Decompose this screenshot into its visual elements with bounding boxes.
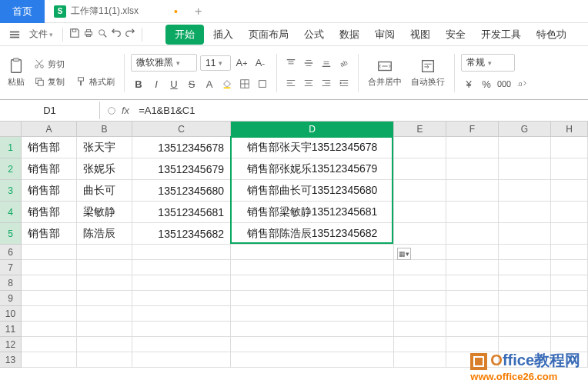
fill-color-icon[interactable] bbox=[219, 76, 235, 92]
align-bottom-icon[interactable] bbox=[319, 55, 334, 71]
orientation-icon[interactable]: ab bbox=[336, 55, 352, 71]
cell-A7[interactable] bbox=[22, 260, 77, 275]
cell-A2[interactable]: 销售部 bbox=[22, 158, 77, 180]
cell-A5[interactable]: 销售部 bbox=[22, 223, 77, 245]
cell-D5[interactable]: 销售部陈浩辰13512345682 bbox=[231, 223, 394, 245]
cell-G9[interactable] bbox=[499, 291, 551, 306]
file-menu[interactable]: 文件▾ bbox=[26, 26, 56, 42]
align-top-icon[interactable] bbox=[283, 55, 299, 71]
cell-E13[interactable] bbox=[394, 352, 446, 368]
cell-H5[interactable] bbox=[551, 223, 588, 245]
increase-font-icon[interactable]: A+ bbox=[234, 55, 249, 71]
row-header-4[interactable]: 4 bbox=[0, 202, 22, 223]
tab-data[interactable]: 数据 bbox=[333, 25, 366, 45]
cell-F10[interactable] bbox=[446, 306, 499, 322]
cell-H3[interactable] bbox=[551, 180, 588, 202]
underline-icon[interactable]: U bbox=[166, 76, 182, 92]
cell-B1[interactable]: 张天宇 bbox=[77, 137, 132, 158]
merge-center-button[interactable]: 合并居中 bbox=[365, 56, 405, 89]
cell-D13[interactable] bbox=[231, 352, 394, 368]
cell-D7[interactable] bbox=[231, 260, 394, 275]
cell-D2[interactable]: 销售部张妮乐13512345679 bbox=[231, 158, 394, 180]
align-center-icon[interactable] bbox=[301, 75, 316, 91]
col-header-G[interactable]: G bbox=[499, 122, 551, 137]
cell-E2[interactable] bbox=[394, 158, 446, 180]
clear-format-icon[interactable] bbox=[255, 76, 270, 92]
cell-F6[interactable] bbox=[446, 245, 499, 260]
cell-E10[interactable] bbox=[394, 306, 446, 322]
cell-F9[interactable] bbox=[446, 291, 499, 306]
col-header-E[interactable]: E bbox=[394, 122, 446, 137]
spreadsheet-grid[interactable]: ABCDEFGH1销售部张天宇13512345678销售部张天宇13512345… bbox=[0, 122, 588, 368]
col-header-F[interactable]: F bbox=[446, 122, 499, 137]
strike-icon[interactable]: S bbox=[184, 76, 199, 92]
cell-A11[interactable] bbox=[22, 322, 77, 337]
tab-special[interactable]: 特色功 bbox=[530, 25, 573, 45]
percent-icon[interactable]: % bbox=[479, 76, 494, 92]
cell-B10[interactable] bbox=[77, 306, 132, 322]
tab-start[interactable]: 开始 bbox=[165, 25, 204, 45]
cell-E4[interactable] bbox=[394, 202, 446, 223]
row-header-1[interactable]: 1 bbox=[0, 137, 22, 158]
cell-C13[interactable] bbox=[132, 352, 231, 368]
cell-D8[interactable] bbox=[231, 275, 394, 291]
cell-D12[interactable] bbox=[231, 337, 394, 352]
tab-dev-tools[interactable]: 开发工具 bbox=[475, 25, 527, 45]
decrease-font-icon[interactable]: A- bbox=[252, 55, 268, 71]
cell-H8[interactable] bbox=[551, 275, 588, 291]
select-all-corner[interactable] bbox=[0, 122, 22, 137]
app-menu-button[interactable] bbox=[6, 28, 23, 42]
cell-H2[interactable] bbox=[551, 158, 588, 180]
tab-view[interactable]: 视图 bbox=[404, 25, 436, 45]
cell-C5[interactable]: 13512345682 bbox=[132, 223, 231, 245]
indent-icon[interactable] bbox=[336, 75, 352, 91]
cell-G5[interactable] bbox=[499, 223, 551, 245]
cell-C9[interactable] bbox=[132, 291, 231, 306]
cell-B13[interactable] bbox=[77, 352, 132, 368]
cell-G2[interactable] bbox=[499, 158, 551, 180]
align-middle-icon[interactable] bbox=[301, 55, 316, 71]
tab-insert[interactable]: 插入 bbox=[207, 25, 239, 45]
cell-B8[interactable] bbox=[77, 275, 132, 291]
redo-icon[interactable] bbox=[125, 28, 135, 41]
cell-E7[interactable] bbox=[394, 260, 446, 275]
cell-E9[interactable] bbox=[394, 291, 446, 306]
row-header-3[interactable]: 3 bbox=[0, 180, 22, 202]
cell-B11[interactable] bbox=[77, 322, 132, 337]
tab-formula[interactable]: 公式 bbox=[298, 25, 330, 45]
cell-F8[interactable] bbox=[446, 275, 499, 291]
cell-E12[interactable] bbox=[394, 337, 446, 352]
cell-E3[interactable] bbox=[394, 180, 446, 202]
cell-C3[interactable]: 13512345680 bbox=[132, 180, 231, 202]
row-header-10[interactable]: 10 bbox=[0, 306, 22, 322]
font-name-picker[interactable]: 微软雅黑▾ bbox=[131, 54, 197, 72]
border-icon[interactable] bbox=[237, 76, 252, 92]
cell-F7[interactable] bbox=[446, 260, 499, 275]
cell-C7[interactable] bbox=[132, 260, 231, 275]
cell-C6[interactable] bbox=[132, 245, 231, 260]
cell-B9[interactable] bbox=[77, 291, 132, 306]
cell-F11[interactable] bbox=[446, 322, 499, 337]
cell-G11[interactable] bbox=[499, 322, 551, 337]
cell-A13[interactable] bbox=[22, 352, 77, 368]
comma-icon[interactable]: 000 bbox=[496, 76, 512, 92]
col-header-B[interactable]: B bbox=[77, 122, 132, 137]
cell-B5[interactable]: 陈浩辰 bbox=[77, 223, 132, 245]
row-header-2[interactable]: 2 bbox=[0, 158, 22, 180]
row-header-11[interactable]: 11 bbox=[0, 322, 22, 337]
cell-H11[interactable] bbox=[551, 322, 588, 337]
cell-H7[interactable] bbox=[551, 260, 588, 275]
cell-A1[interactable]: 销售部 bbox=[22, 137, 77, 158]
cell-B12[interactable] bbox=[77, 337, 132, 352]
col-header-D[interactable]: D bbox=[231, 122, 394, 137]
autofill-options-icon[interactable]: ▦▾ bbox=[397, 248, 411, 260]
home-tab[interactable]: 首页 bbox=[0, 0, 45, 23]
save-icon[interactable] bbox=[69, 28, 80, 41]
cell-A9[interactable] bbox=[22, 291, 77, 306]
currency-icon[interactable]: ¥ bbox=[461, 76, 476, 92]
formula-input[interactable]: =A1&B1&C1 bbox=[134, 105, 195, 116]
cell-D4[interactable]: 销售部梁敏静13512345681 bbox=[231, 202, 394, 223]
cell-E8[interactable] bbox=[394, 275, 446, 291]
cell-F2[interactable] bbox=[446, 158, 499, 180]
cell-G3[interactable] bbox=[499, 180, 551, 202]
